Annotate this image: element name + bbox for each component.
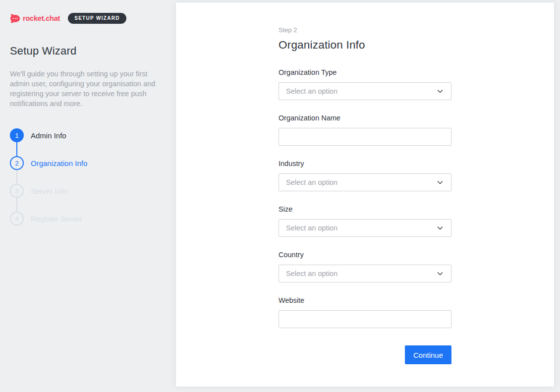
size-select[interactable]: Select an option <box>279 219 451 237</box>
step-indicator: Step 2 <box>279 26 451 34</box>
step-number-badge: 1 <box>10 128 24 142</box>
chevron-down-icon <box>436 270 444 278</box>
industry-label: Industry <box>279 159 451 168</box>
chevron-down-icon <box>436 224 444 232</box>
step-label: Server Info <box>31 187 67 195</box>
step-item-server-info: 3 Server Info <box>10 184 166 198</box>
setup-wizard-badge: SETUP WIZARD <box>68 13 126 24</box>
country-select[interactable]: Select an option <box>279 265 451 282</box>
organization-name-input[interactable] <box>279 128 451 146</box>
chevron-down-icon <box>436 87 444 95</box>
industry-select[interactable]: Select an option <box>279 173 451 191</box>
form-actions: Continue <box>279 345 451 364</box>
step-item-organization-info: 2 Organization Info <box>10 156 166 170</box>
select-placeholder: Select an option <box>286 178 436 186</box>
rocketchat-logo: rocket.chat <box>10 14 60 23</box>
step-label: Admin Info <box>31 131 66 140</box>
sidebar-title: Setup Wizard <box>10 45 166 57</box>
field-country: Country Select an option <box>279 250 451 282</box>
country-label: Country <box>279 250 451 260</box>
organization-type-select[interactable]: Select an option <box>279 82 451 100</box>
website-input[interactable] <box>279 310 451 328</box>
organization-info-panel: Step 2 Organization Info Organization Ty… <box>176 2 554 387</box>
step-item-admin-info: 1 Admin Info <box>10 128 166 142</box>
step-label: Register Server <box>31 215 82 223</box>
setup-wizard-sidebar: rocket.chat SETUP WIZARD Setup Wizard We… <box>0 0 176 392</box>
step-number-badge: 4 <box>10 212 24 225</box>
field-industry: Industry Select an option <box>279 159 451 191</box>
rocketchat-logo-icon <box>10 14 20 23</box>
brand-row: rocket.chat SETUP WIZARD <box>10 13 166 23</box>
field-organization-name: Organization Name <box>279 113 451 146</box>
organization-type-label: Organization Type <box>279 67 451 77</box>
field-organization-type: Organization Type Select an option <box>279 67 451 100</box>
wizard-steps-list: 1 Admin Info 2 Organization Info 3 Serve… <box>10 128 166 225</box>
step-item-register-server: 4 Register Server <box>10 212 166 225</box>
sidebar-description: We'll guide you through setting up your … <box>10 69 163 109</box>
field-website: Website <box>279 295 451 328</box>
chevron-down-icon <box>436 178 444 186</box>
select-placeholder: Select an option <box>286 224 436 232</box>
rocketchat-logo-wordmark: rocket.chat <box>23 14 60 22</box>
continue-button[interactable]: Continue <box>405 345 451 364</box>
size-label: Size <box>279 204 451 214</box>
step-number-badge: 2 <box>10 156 24 170</box>
form-title: Organization Info <box>279 38 451 53</box>
organization-info-form: Step 2 Organization Info Organization Ty… <box>279 2 451 364</box>
website-label: Website <box>279 295 451 305</box>
step-number-badge: 3 <box>10 184 24 198</box>
select-placeholder: Select an option <box>286 270 436 278</box>
field-size: Size Select an option <box>279 204 451 237</box>
select-placeholder: Select an option <box>286 87 436 95</box>
organization-name-label: Organization Name <box>279 113 451 123</box>
step-label: Organization Info <box>31 159 87 168</box>
